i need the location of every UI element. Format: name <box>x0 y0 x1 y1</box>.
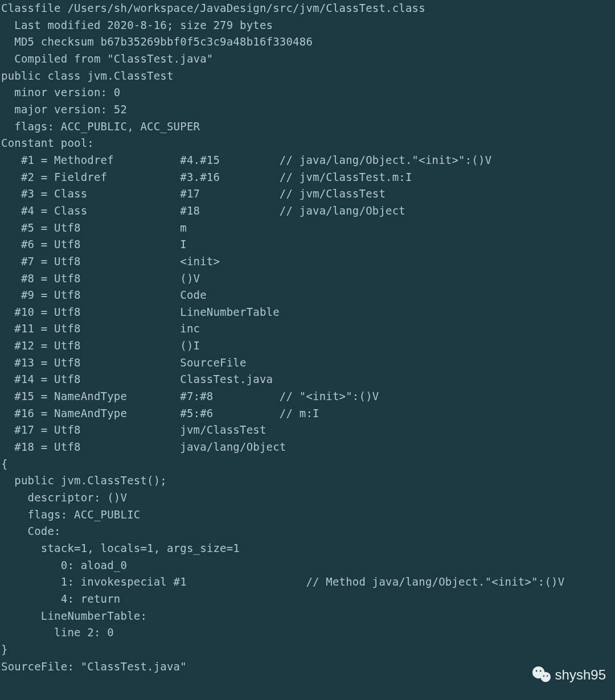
line-number-table-label: LineNumberTable: <box>1 610 147 622</box>
cp-entry: #4 = Class #18 // java/lang/Object <box>1 204 405 217</box>
last-modified: Last modified 2020-8-16; size 279 bytes <box>1 19 273 31</box>
class-declaration: public class jvm.ClassTest <box>1 69 174 82</box>
instruction: 1: invokespecial #1 // Method java/lang/… <box>1 575 564 588</box>
watermark-text: shysh95 <box>555 666 606 683</box>
wechat-icon <box>531 666 552 684</box>
flags: flags: ACC_PUBLIC, ACC_SUPER <box>1 120 200 133</box>
constructor-flags: flags: ACC_PUBLIC <box>1 508 140 521</box>
cp-entry: #15 = NameAndType #7:#8 // "<init>":()V <box>1 390 379 402</box>
stack-locals-args: stack=1, locals=1, args_size=1 <box>1 542 240 554</box>
md5-checksum: MD5 checksum b67b35269bbf0f5c3c9a48b16f3… <box>1 35 313 48</box>
cp-entry: #18 = Utf8 java/lang/Object <box>1 440 286 453</box>
constant-pool-label: Constant pool: <box>1 137 94 149</box>
cp-entry: #5 = Utf8 m <box>1 221 187 234</box>
svg-point-1 <box>540 672 551 682</box>
constructor-declaration: public jvm.ClassTest(); <box>1 474 167 487</box>
instruction: 0: aload_0 <box>1 559 127 571</box>
cp-entry: #3 = Class #17 // jvm/ClassTest <box>1 187 386 200</box>
major-version: major version: 52 <box>1 103 127 116</box>
instruction: 4: return <box>1 592 121 605</box>
cp-entry: #12 = Utf8 ()I <box>1 339 200 352</box>
sourcefile: SourceFile: "ClassTest.java" <box>1 660 187 673</box>
cp-entry: #6 = Utf8 I <box>1 238 187 250</box>
cp-entry: #8 = Utf8 ()V <box>1 272 200 285</box>
open-brace: { <box>1 458 8 470</box>
svg-point-4 <box>543 676 544 677</box>
classfile-path: Classfile /Users/sh/workspace/JavaDesign… <box>1 2 425 14</box>
close-brace: } <box>1 643 8 656</box>
svg-point-2 <box>535 670 537 672</box>
line-number-entry: line 2: 0 <box>1 626 114 639</box>
cp-entry: #13 = Utf8 SourceFile <box>1 356 247 369</box>
cp-entry: #7 = Utf8 <init> <box>1 255 220 267</box>
descriptor: descriptor: ()V <box>1 491 127 504</box>
compiled-from: Compiled from "ClassTest.java" <box>1 52 213 65</box>
cp-entry: #17 = Utf8 jvm/ClassTest <box>1 423 266 436</box>
minor-version: minor version: 0 <box>1 86 121 98</box>
cp-entry: #16 = NameAndType #5:#6 // m:I <box>1 407 319 419</box>
cp-entry: #1 = Methodref #4.#15 // java/lang/Objec… <box>1 154 491 166</box>
cp-entry: #10 = Utf8 LineNumberTable <box>1 306 280 318</box>
svg-point-5 <box>547 676 548 677</box>
code-label: Code: <box>1 525 61 537</box>
cp-entry: #11 = Utf8 inc <box>1 322 200 335</box>
wechat-watermark: shysh95 <box>531 666 606 684</box>
cp-entry: #14 = Utf8 ClassTest.java <box>1 373 273 385</box>
cp-entry: #9 = Utf8 Code <box>1 289 207 301</box>
svg-point-3 <box>539 670 541 672</box>
cp-entry: #2 = Fieldref #3.#16 // jvm/ClassTest.m:… <box>1 171 412 183</box>
javap-output: Classfile /Users/sh/workspace/JavaDesign… <box>0 0 615 675</box>
